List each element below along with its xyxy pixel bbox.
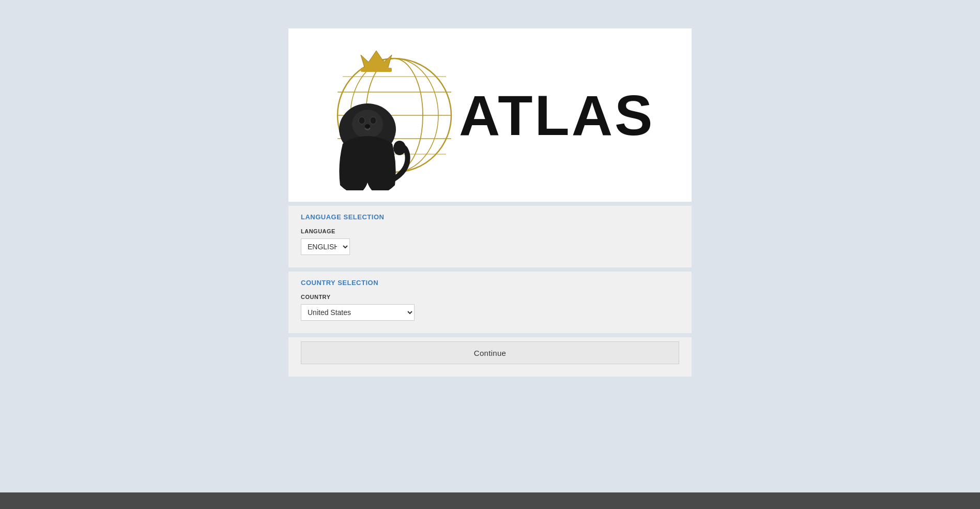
logo-container: ATLAS	[288, 28, 692, 202]
country-section-header: COUNTRY SELECTION	[288, 272, 692, 287]
country-select[interactable]: United States Canada United Kingdom Aust…	[301, 304, 415, 321]
language-field-area: LANGUAGE ENGLISH SPANISH FRENCH GERMAN P…	[288, 228, 692, 267]
divider-2	[288, 267, 692, 270]
svg-point-17	[370, 117, 376, 124]
svg-point-16	[359, 117, 365, 124]
svg-point-23	[393, 141, 406, 155]
svg-rect-19	[348, 180, 359, 190]
language-section: LANGUAGE SELECTION LANGUAGE ENGLISH SPAN…	[288, 206, 692, 267]
footer-bar	[0, 492, 980, 509]
logo-graphic-area: ATLAS	[304, 40, 654, 190]
divider-3	[288, 333, 692, 335]
continue-button[interactable]: Continue	[301, 341, 679, 364]
continue-section: Continue	[288, 337, 692, 377]
svg-point-18	[365, 124, 370, 128]
language-label: LANGUAGE	[301, 228, 679, 234]
divider-1	[288, 202, 692, 204]
country-label: COUNTRY	[301, 294, 679, 300]
svg-point-10	[363, 67, 367, 71]
country-section: COUNTRY SELECTION COUNTRY United States …	[288, 272, 692, 333]
svg-marker-8	[361, 51, 392, 69]
country-field-area: COUNTRY United States Canada United King…	[288, 294, 692, 333]
svg-rect-20	[376, 180, 387, 190]
logo-text: ATLAS	[459, 87, 654, 144]
atlas-logo-icon	[304, 40, 454, 190]
svg-point-11	[374, 67, 378, 71]
language-section-header: LANGUAGE SELECTION	[288, 206, 692, 221]
svg-point-12	[386, 67, 390, 71]
language-select[interactable]: ENGLISH SPANISH FRENCH GERMAN PORTUGUESE	[301, 238, 350, 255]
